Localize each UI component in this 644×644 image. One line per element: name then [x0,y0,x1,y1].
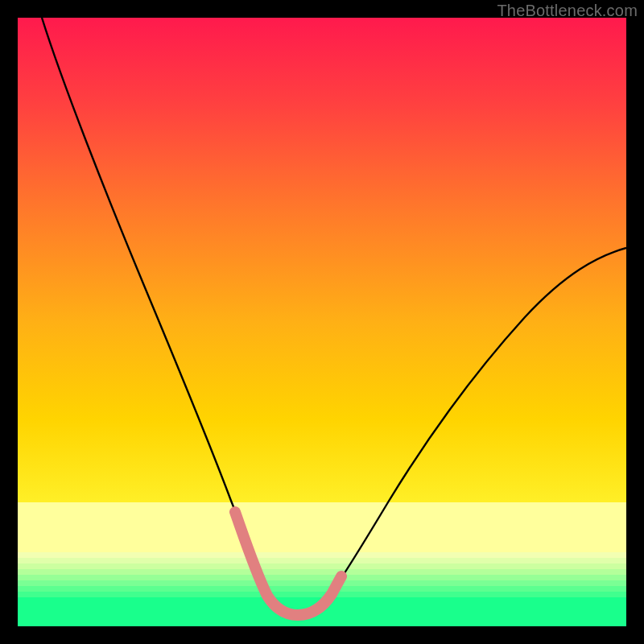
chart-svg [18,18,626,626]
svg-rect-5 [18,580,626,586]
bottom-green-bands [18,552,626,626]
svg-rect-3 [18,569,626,575]
svg-rect-0 [18,552,626,558]
svg-rect-4 [18,575,626,580]
pale-yellow-band [18,502,626,552]
svg-rect-7 [18,592,626,597]
svg-rect-6 [18,586,626,592]
svg-rect-2 [18,564,626,569]
plot-area [18,18,626,626]
chart-frame: TheBottleneck.com [0,0,644,644]
svg-rect-1 [18,558,626,564]
